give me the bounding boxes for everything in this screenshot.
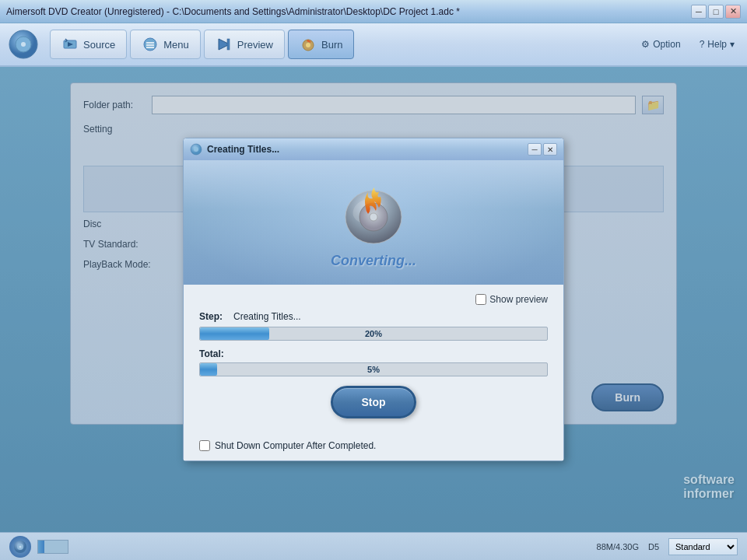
burn-label: Burn xyxy=(321,39,342,51)
svg-point-12 xyxy=(306,43,310,47)
watermark: software informer xyxy=(683,473,735,501)
title-bar-buttons: ─ □ ✕ xyxy=(691,5,741,19)
status-bar-right: 88M/4.30G D5 Standard Widescreen xyxy=(597,538,738,555)
converting-text: Converting... xyxy=(331,253,416,269)
dialog-titlebar: Creating Titles... ─ ✕ xyxy=(184,138,563,160)
svg-rect-10 xyxy=(227,39,230,50)
maximize-button[interactable]: □ xyxy=(708,5,724,19)
help-dropdown-icon: ▾ xyxy=(730,39,735,50)
menu-icon xyxy=(142,36,159,53)
step-value: Creating Titles... xyxy=(233,311,301,322)
gear-icon: ⚙ xyxy=(641,39,650,50)
menu-button[interactable]: Menu xyxy=(130,30,201,59)
burn-icon xyxy=(300,36,317,53)
dialog-close-button[interactable]: ✕ xyxy=(543,143,557,156)
help-icon: ? xyxy=(700,39,705,50)
source-label: Source xyxy=(83,39,115,51)
dialog-title-buttons: ─ ✕ xyxy=(528,143,557,156)
status-bar: 88M/4.30G D5 Standard Widescreen xyxy=(0,532,747,560)
toolbar-right: ⚙ Option ? Help ▾ xyxy=(635,36,741,53)
standard-select[interactable]: Standard Widescreen xyxy=(668,538,738,555)
step-progress-bar: 20% xyxy=(199,327,548,341)
total-progress-container: 5% xyxy=(199,362,548,376)
svg-point-19 xyxy=(370,213,377,221)
preview-button[interactable]: Preview xyxy=(204,30,285,59)
step-row: Step: Creating Titles... xyxy=(199,311,548,322)
title-bar: Aimersoft DVD Creator (Unregistered) - C… xyxy=(0,0,747,23)
stop-button[interactable]: Stop xyxy=(331,386,416,418)
dialog-footer: Shut Down Computer After Completed. xyxy=(184,434,563,460)
close-button[interactable]: ✕ xyxy=(725,5,741,19)
svg-point-14 xyxy=(194,147,198,152)
window-title: Aimersoft DVD Creator (Unregistered) - C… xyxy=(6,6,460,17)
dialog-body: Show preview Step: Creating Titles... 20… xyxy=(184,285,563,434)
size-text: 88M/4.30G xyxy=(597,542,639,551)
step-progress-container: 20% xyxy=(199,327,548,341)
dialog-title: Creating Titles... xyxy=(190,143,279,156)
toolbar: Source Menu Preview xyxy=(0,23,747,67)
show-preview-label[interactable]: Show preview xyxy=(489,294,548,305)
option-button[interactable]: ⚙ Option xyxy=(635,36,686,53)
step-percent: 20% xyxy=(365,329,382,338)
creating-titles-dialog: Creating Titles... ─ ✕ xyxy=(183,138,564,461)
status-progress-fill xyxy=(38,541,44,553)
dialog-overlay: Creating Titles... ─ ✕ xyxy=(0,67,747,532)
watermark-line1: software xyxy=(683,473,735,487)
main-content: Folder path: 📁 Setting Disc TV Standard:… xyxy=(0,67,747,532)
show-preview-row: Show preview xyxy=(199,294,548,305)
app-logo xyxy=(6,27,40,61)
watermark-line2: informer xyxy=(683,487,735,501)
disc-label: D5 xyxy=(648,542,659,551)
step-progress-fill xyxy=(200,327,269,340)
menu-label: Menu xyxy=(163,39,189,51)
total-percent: 5% xyxy=(367,365,380,374)
dialog-title-icon xyxy=(190,143,202,156)
svg-point-2 xyxy=(21,42,26,47)
svg-point-5 xyxy=(144,38,156,51)
total-progress-bar: 5% xyxy=(199,362,548,376)
dialog-minimize-button[interactable]: ─ xyxy=(528,143,542,156)
step-label: Step: xyxy=(199,311,229,322)
preview-icon xyxy=(216,36,233,53)
svg-point-22 xyxy=(19,545,22,548)
minimize-button[interactable]: ─ xyxy=(691,5,707,19)
dialog-banner: Converting... xyxy=(184,160,563,285)
source-icon xyxy=(61,36,79,53)
help-button[interactable]: ? Help ▾ xyxy=(693,36,741,53)
dvd-icon xyxy=(338,177,409,247)
shutdown-label[interactable]: Shut Down Computer After Completed. xyxy=(215,440,376,451)
preview-label: Preview xyxy=(237,39,273,51)
status-progress-bar xyxy=(37,540,68,554)
shutdown-checkbox[interactable] xyxy=(199,440,210,451)
status-icon xyxy=(9,536,31,558)
total-progress-fill xyxy=(200,363,217,376)
source-button[interactable]: Source xyxy=(50,30,127,59)
total-label: Total: xyxy=(199,348,548,359)
burn-button[interactable]: Burn xyxy=(288,30,354,59)
show-preview-checkbox[interactable] xyxy=(475,294,486,305)
